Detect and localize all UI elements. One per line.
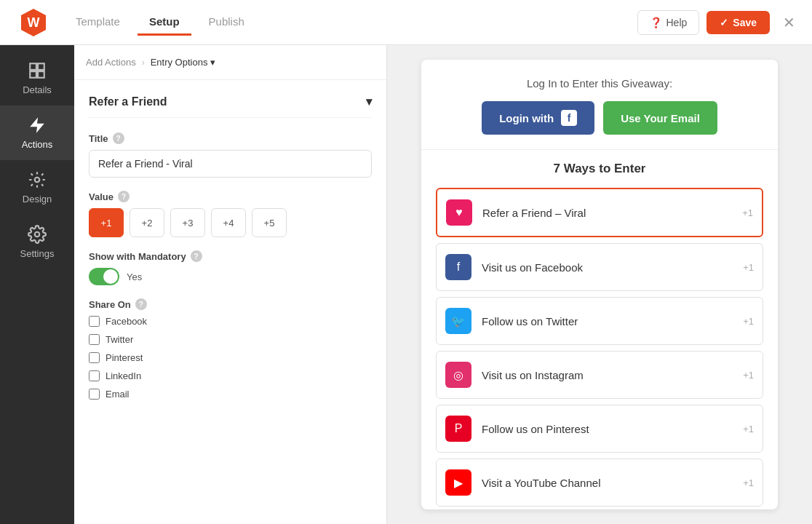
- value-btn-4[interactable]: +4: [211, 208, 246, 237]
- share-pinterest-checkbox[interactable]: [89, 352, 100, 363]
- title-help-icon[interactable]: ?: [113, 132, 124, 144]
- entry-points-twitter: +1: [743, 316, 754, 327]
- section-collapse-icon[interactable]: ▾: [366, 95, 372, 108]
- facebook-login-text: Login with: [499, 112, 554, 124]
- entry-points-pinterest: +1: [743, 424, 754, 434]
- title-field-label: Title ?: [89, 132, 372, 144]
- entry-item-instagram[interactable]: ◎Visit us on Instagram+1: [436, 351, 763, 399]
- middle-panel: Add Actions › Entry Options ▾ Refer a Fr…: [74, 45, 387, 524]
- preview-card: Log In to Enter this Giveaway: Login wit…: [421, 60, 778, 509]
- svg-rect-5: [38, 71, 44, 78]
- share-checkboxes: Facebook Twitter Pinterest LinkedIn Emai…: [89, 316, 372, 400]
- mandatory-help-icon[interactable]: ?: [191, 250, 202, 262]
- value-btn-1[interactable]: +1: [89, 208, 124, 237]
- value-group: +1 +2 +3 +4 +5: [89, 208, 372, 237]
- panel-content: Refer a Friend ▾ Title ? Value ? +1 +2 +…: [74, 80, 386, 414]
- entry-label-refer: Refer a Friend – Viral: [482, 207, 742, 219]
- mandatory-label-text: Show with Mandatory: [89, 251, 186, 262]
- preview-panel: Log In to Enter this Giveaway: Login wit…: [387, 45, 812, 524]
- entry-icon-twitter: 🐦: [445, 308, 471, 334]
- share-twitter-label: Twitter: [106, 334, 133, 345]
- breadcrumb-current: Entry Options ▾: [151, 57, 216, 68]
- mandatory-toggle[interactable]: [89, 268, 119, 285]
- tab-publish[interactable]: Publish: [197, 9, 256, 36]
- help-label: Help: [666, 17, 688, 28]
- facebook-login-button[interactable]: Login with f: [482, 101, 594, 135]
- share-facebook-checkbox[interactable]: [89, 316, 100, 327]
- entry-points-youtube: +1: [743, 477, 754, 488]
- section-title: Refer a Friend ▾: [89, 95, 372, 118]
- sidebar: Details Actions Design Settings: [0, 45, 74, 524]
- nav-actions: ❓ Help ✓ Save ✕: [637, 10, 801, 35]
- entry-item-refer[interactable]: ♥Refer a Friend – Viral+1: [436, 188, 763, 237]
- entry-item-facebook[interactable]: fVisit us on Facebook+1: [436, 243, 763, 291]
- share-email-row[interactable]: Email: [89, 389, 372, 400]
- entry-icon-refer: ♥: [446, 199, 472, 226]
- breadcrumb-parent[interactable]: Add Actions: [86, 57, 136, 68]
- sidebar-item-settings[interactable]: Settings: [0, 215, 74, 269]
- share-on-help-icon[interactable]: ?: [135, 298, 147, 310]
- facebook-icon: f: [561, 110, 577, 126]
- sidebar-label-settings: Settings: [20, 248, 55, 259]
- value-btn-2[interactable]: +2: [130, 208, 164, 237]
- logo[interactable]: W: [12, 7, 55, 38]
- svg-point-6: [35, 178, 40, 183]
- sidebar-label-design: Design: [23, 194, 52, 205]
- svg-text:W: W: [28, 15, 40, 30]
- help-button[interactable]: ❓ Help: [637, 10, 700, 35]
- grid-icon: [28, 61, 47, 80]
- close-button[interactable]: ✕: [777, 11, 800, 34]
- save-label: Save: [733, 17, 757, 28]
- entry-points-instagram: +1: [743, 370, 754, 381]
- share-facebook-row[interactable]: Facebook: [89, 316, 372, 327]
- breadcrumb-chevron-icon: ›: [142, 57, 145, 68]
- login-title: Log In to Enter this Giveaway:: [436, 77, 763, 90]
- email-login-button[interactable]: Use Your Email: [603, 101, 717, 135]
- entry-points-facebook: +1: [743, 262, 754, 273]
- entry-label-youtube: Visit a YouTube Channel: [482, 477, 743, 489]
- sidebar-item-design[interactable]: Design: [0, 160, 74, 215]
- sidebar-item-details[interactable]: Details: [0, 51, 74, 106]
- entry-item-youtube[interactable]: ▶Visit a YouTube Channel+1: [436, 458, 763, 507]
- tab-template[interactable]: Template: [64, 9, 132, 36]
- nav-tabs: Template Setup Publish: [64, 9, 637, 36]
- share-email-checkbox[interactable]: [89, 389, 100, 400]
- entry-label-facebook: Visit us on Facebook: [482, 261, 743, 274]
- ways-title: 7 Ways to Enter: [436, 162, 763, 176]
- share-twitter-checkbox[interactable]: [89, 334, 100, 345]
- lightning-icon: [28, 116, 47, 135]
- svg-point-7: [35, 232, 40, 237]
- login-section: Log In to Enter this Giveaway: Login wit…: [421, 60, 778, 150]
- design-icon: [28, 170, 47, 189]
- value-btn-3[interactable]: +3: [170, 208, 205, 237]
- entry-item-twitter[interactable]: 🐦Follow us on Twitter+1: [436, 297, 763, 345]
- share-pinterest-label: Pinterest: [106, 352, 143, 363]
- title-label-text: Title: [89, 133, 108, 144]
- entry-icon-facebook: f: [445, 254, 471, 280]
- value-help-icon[interactable]: ?: [118, 191, 130, 202]
- value-field-label: Value ?: [89, 191, 372, 202]
- save-button[interactable]: ✓ Save: [706, 11, 770, 34]
- gear-icon: [28, 225, 47, 244]
- value-btn-5[interactable]: +5: [252, 208, 287, 237]
- share-linkedin-row[interactable]: LinkedIn: [89, 370, 372, 381]
- share-facebook-label: Facebook: [106, 316, 147, 327]
- svg-rect-4: [30, 71, 36, 78]
- tab-setup[interactable]: Setup: [138, 9, 191, 36]
- share-pinterest-row[interactable]: Pinterest: [89, 352, 372, 363]
- share-linkedin-checkbox[interactable]: [89, 370, 100, 381]
- share-linkedin-label: LinkedIn: [106, 370, 141, 381]
- share-email-label: Email: [106, 389, 130, 400]
- share-twitter-row[interactable]: Twitter: [89, 334, 372, 345]
- mandatory-toggle-row: Yes: [89, 268, 372, 285]
- title-input[interactable]: [89, 150, 372, 178]
- entry-label-twitter: Follow us on Twitter: [482, 315, 743, 328]
- breadcrumb-dropdown-icon[interactable]: ▾: [210, 57, 215, 68]
- mandatory-toggle-label: Yes: [127, 271, 142, 282]
- breadcrumb: Add Actions › Entry Options ▾: [74, 45, 386, 80]
- sidebar-item-actions[interactable]: Actions: [0, 106, 74, 160]
- entry-label-pinterest: Follow us on Pinterest: [482, 423, 743, 435]
- entry-item-pinterest[interactable]: PFollow us on Pinterest+1: [436, 405, 763, 453]
- top-navigation: W Template Setup Publish ❓ Help ✓ Save ✕: [0, 0, 812, 45]
- help-icon: ❓: [650, 17, 662, 28]
